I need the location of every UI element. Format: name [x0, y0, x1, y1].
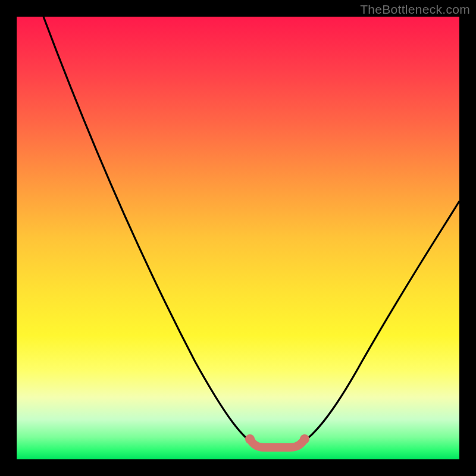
chart-frame: TheBottleneck.com: [0, 0, 476, 476]
ideal-zone-dot-right: [300, 434, 309, 444]
curve-path: [43, 17, 459, 446]
ideal-zone-dot-left: [245, 434, 255, 444]
ideal-zone-path: [250, 439, 305, 447]
watermark-text: TheBottleneck.com: [360, 2, 470, 17]
bottleneck-curve: [17, 17, 459, 459]
plot-area: [17, 17, 459, 459]
